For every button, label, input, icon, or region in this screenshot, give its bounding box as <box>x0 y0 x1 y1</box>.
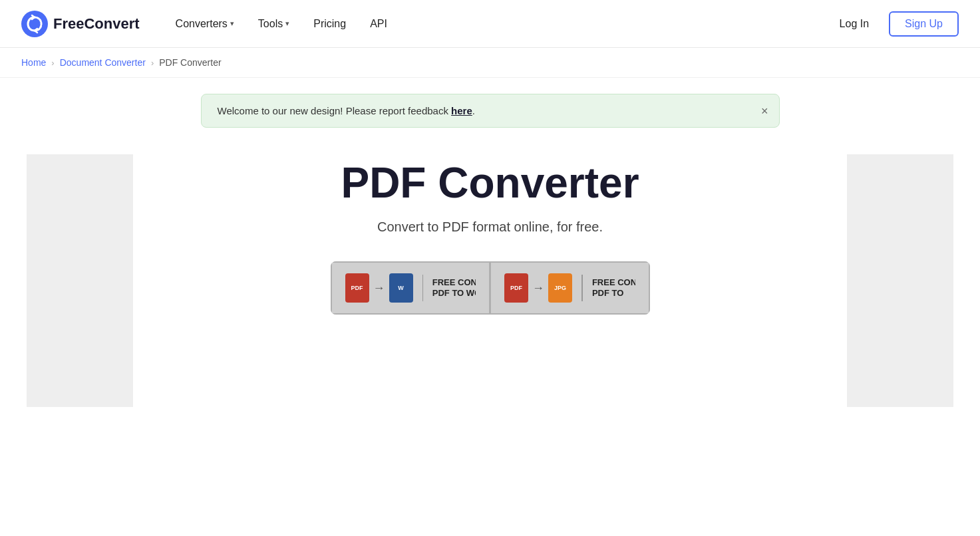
logo[interactable]: FreeConvert <box>21 11 140 37</box>
main-content: PDF Converter Convert to PDF format onli… <box>0 128 980 407</box>
jpg-icon: JPG <box>548 273 572 303</box>
chevron-down-icon: ▾ <box>230 19 234 28</box>
card-icons: PDF → W <box>345 273 413 303</box>
arrow-icon: → <box>532 281 544 295</box>
card-icons: PDF → JPG <box>504 273 572 303</box>
pdf-icon: PDF <box>345 273 369 303</box>
chevron-down-icon: ▾ <box>285 19 289 28</box>
header-actions: Log In Sign Up <box>830 11 959 37</box>
breadcrumb-separator: › <box>51 58 54 68</box>
word-icon: W <box>389 273 413 303</box>
banner-close-button[interactable]: × <box>761 105 768 117</box>
card-label: FREE CON PDF TO <box>592 277 635 300</box>
card-divider <box>581 275 583 301</box>
breadcrumb-document-converter[interactable]: Document Converter <box>60 57 146 68</box>
banner-wrapper: Welcome to our new design! Please report… <box>0 78 980 128</box>
card-divider <box>422 275 423 301</box>
ad-left <box>27 154 133 407</box>
banner-text: Welcome to our new design! Please report… <box>218 105 475 116</box>
logo-text: FreeConvert <box>53 15 140 33</box>
pdf-to-word-card[interactable]: PDF → W FREE CONVERT PDF TO WORD <box>331 261 490 315</box>
nav-api[interactable]: API <box>361 13 397 35</box>
page-title: PDF Converter <box>341 160 639 206</box>
svg-point-0 <box>21 11 48 37</box>
breadcrumb: Home › Document Converter › PDF Converte… <box>0 48 980 78</box>
breadcrumb-separator: › <box>151 58 154 68</box>
pdf-to-jpg-card[interactable]: PDF → JPG FREE CON PDF TO <box>490 261 650 315</box>
breadcrumb-current: PDF Converter <box>159 57 221 68</box>
pdf-icon: PDF <box>504 273 528 303</box>
center-content: PDF Converter Convert to PDF format onli… <box>133 128 847 407</box>
signup-button[interactable]: Sign Up <box>889 11 959 37</box>
logo-icon <box>21 11 48 37</box>
nav-tools[interactable]: Tools ▾ <box>249 13 299 35</box>
ad-right <box>847 154 953 407</box>
breadcrumb-home[interactable]: Home <box>21 57 46 68</box>
nav-pricing[interactable]: Pricing <box>304 13 355 35</box>
login-button[interactable]: Log In <box>830 13 878 35</box>
header: FreeConvert Converters ▾ Tools ▾ Pricing… <box>0 0 980 48</box>
banner-link[interactable]: here <box>451 105 472 116</box>
page-subtitle: Convert to PDF format online, for free. <box>377 219 603 235</box>
nav-converters[interactable]: Converters ▾ <box>166 13 244 35</box>
arrow-icon: → <box>373 281 385 295</box>
card-label: FREE CONVERT PDF TO WORD <box>432 277 476 300</box>
converter-cards: PDF → W FREE CONVERT PDF TO WORD PDF → J… <box>331 261 650 315</box>
main-nav: Converters ▾ Tools ▾ Pricing API <box>166 13 830 35</box>
feedback-banner: Welcome to our new design! Please report… <box>201 94 780 128</box>
